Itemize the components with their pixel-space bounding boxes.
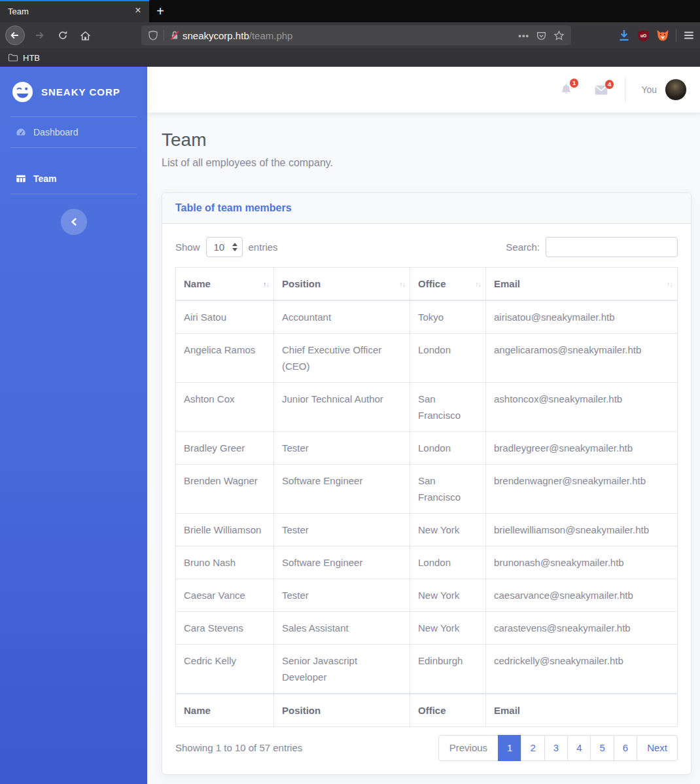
forward-icon [34, 30, 44, 41]
foxyproxy-icon[interactable] [656, 29, 669, 42]
pagination-page-2[interactable]: 2 [521, 735, 544, 761]
insecure-lock-icon [169, 30, 180, 41]
footer-header-position: Position [274, 694, 410, 727]
pagination-page-5[interactable]: 5 [590, 735, 614, 761]
table-body: Airi SatouAccountantTokyoairisatou@sneak… [176, 300, 678, 694]
messages-badge: 4 [605, 80, 614, 89]
new-tab-button[interactable]: + [149, 0, 171, 22]
home-button[interactable] [77, 30, 93, 41]
cell-office: New York [410, 579, 486, 612]
back-button[interactable] [5, 26, 25, 45]
cell-position: Tester [274, 432, 410, 465]
forward-button[interactable] [31, 30, 47, 41]
download-icon[interactable] [618, 29, 631, 42]
pagination-page-3[interactable]: 3 [544, 735, 568, 761]
card-header: Table of team members [162, 193, 691, 224]
team-table: Name↑↓Position↑↓Office↑↓Email↑↓ Airi Sat… [175, 267, 678, 727]
team-card: Table of team members Show 10 entries [162, 192, 691, 775]
table-row: Cedric KellySenior Javascript DeveloperE… [176, 645, 678, 694]
cell-name: Angelica Ramos [176, 334, 274, 383]
search-input[interactable] [546, 237, 678, 257]
cell-office: San Francisco [410, 465, 486, 514]
chevron-left-icon [71, 218, 77, 226]
bookmarks-bar: HTB [0, 48, 700, 67]
dashboard-icon [16, 127, 26, 137]
browser-toolbar: sneakycorp.htb/team.php ••• uO [0, 22, 700, 48]
topbar: 1 4 You [147, 67, 700, 113]
card-body: Show 10 entries Search: [162, 224, 691, 774]
url-text: sneakycorp.htb/team.php [183, 30, 292, 41]
cell-position: Tester [274, 579, 410, 612]
table-footer: Showing 1 to 10 of 57 entries Previous12… [175, 735, 678, 761]
tab-title: Team [8, 7, 131, 16]
table-controls: Show 10 entries Search: [175, 237, 678, 257]
page-title: Team [162, 130, 691, 151]
tab-close-icon[interactable]: × [131, 4, 145, 18]
messages-button[interactable]: 4 [595, 84, 608, 96]
table-info: Showing 1 to 10 of 57 entries [175, 735, 302, 753]
table-row: Ashton CoxJunior Technical AuthorSan Fra… [176, 383, 678, 432]
column-header-office[interactable]: Office↑↓ [410, 268, 486, 301]
sidebar-item-label: Dashboard [33, 127, 79, 137]
cell-name: Cara Stevens [176, 612, 274, 645]
pagination-page-4[interactable]: 4 [567, 735, 591, 761]
topbar-divider [625, 77, 625, 102]
page-content: Team List of all employees of the compan… [147, 113, 700, 775]
folder-icon [8, 52, 18, 63]
user-name-label: You [641, 84, 657, 95]
brand[interactable]: SNEAKY CORP [0, 67, 147, 116]
page-length-select[interactable]: 10 [206, 237, 243, 257]
pagination-page-1[interactable]: 1 [498, 735, 521, 761]
page-body: SNEAKY CORP Dashboard Team 1 [0, 67, 700, 784]
sidebar-toggle-button[interactable] [61, 209, 87, 235]
cell-email: angelicaramos@sneakymailer.htb [486, 334, 678, 383]
menu-icon[interactable] [683, 29, 695, 41]
bookmark-star-icon[interactable] [553, 30, 565, 41]
show-label: Show [175, 241, 200, 253]
pagination-page-6[interactable]: 6 [614, 735, 637, 761]
cell-email: airisatou@sneakymailer.htb [486, 300, 678, 334]
reload-button[interactable] [55, 30, 71, 41]
cell-name: Ashton Cox [176, 383, 274, 432]
column-header-email[interactable]: Email↑↓ [486, 268, 678, 301]
cell-name: Bradley Greer [176, 432, 274, 465]
card-title: Table of team members [175, 202, 292, 213]
header-row: Name↑↓Position↑↓Office↑↓Email↑↓ [176, 268, 678, 301]
table-row: Caesar VanceTesterNew Yorkcaesarvance@sn… [176, 579, 678, 612]
column-header-name[interactable]: Name↑↓ [176, 268, 274, 301]
avatar[interactable] [665, 79, 687, 101]
column-header-position[interactable]: Position↑↓ [274, 268, 410, 301]
bookmark-htb[interactable]: HTB [23, 53, 40, 63]
cell-office: New York [410, 612, 486, 645]
sidebar-item-label: Team [33, 173, 57, 184]
brand-label: SNEAKY CORP [41, 86, 120, 98]
sidebar: SNEAKY CORP Dashboard Team [0, 67, 147, 784]
pagination-previous[interactable]: Previous [438, 735, 499, 761]
footer-row: NamePositionOfficeEmail [176, 694, 678, 727]
shield-icon [148, 30, 158, 41]
pocket-icon[interactable] [536, 30, 547, 41]
main-area: 1 4 You Team List of all employees of th… [147, 67, 700, 784]
browser-tab[interactable]: Team × [0, 0, 149, 22]
sidebar-item-team[interactable]: Team [0, 164, 147, 194]
entries-label: entries [249, 241, 278, 253]
cell-position: Chief Executive Officer (CEO) [274, 334, 410, 383]
alerts-button[interactable]: 1 [560, 83, 572, 96]
select-arrows-icon [232, 243, 237, 251]
cell-office: London [410, 546, 486, 579]
cell-position: Accountant [274, 300, 410, 334]
cell-position: Tester [274, 514, 410, 546]
url-host: sneakycorp.htb [183, 30, 249, 41]
sort-icon: ↑↓ [475, 276, 481, 292]
page-actions-icon[interactable]: ••• [518, 31, 529, 41]
cell-name: Brielle Williamson [176, 514, 274, 546]
sidebar-divider [10, 194, 137, 194]
url-bar[interactable]: sneakycorp.htb/team.php ••• [141, 26, 571, 45]
sidebar-item-dashboard[interactable]: Dashboard [0, 117, 147, 147]
table-row: Brenden WagnerSoftware EngineerSan Franc… [176, 465, 678, 514]
ublock-icon[interactable]: uO [637, 29, 650, 42]
cell-name: Caesar Vance [176, 579, 274, 612]
cell-office: London [410, 432, 486, 465]
cell-office: San Francisco [410, 383, 486, 432]
pagination-next[interactable]: Next [637, 735, 678, 761]
